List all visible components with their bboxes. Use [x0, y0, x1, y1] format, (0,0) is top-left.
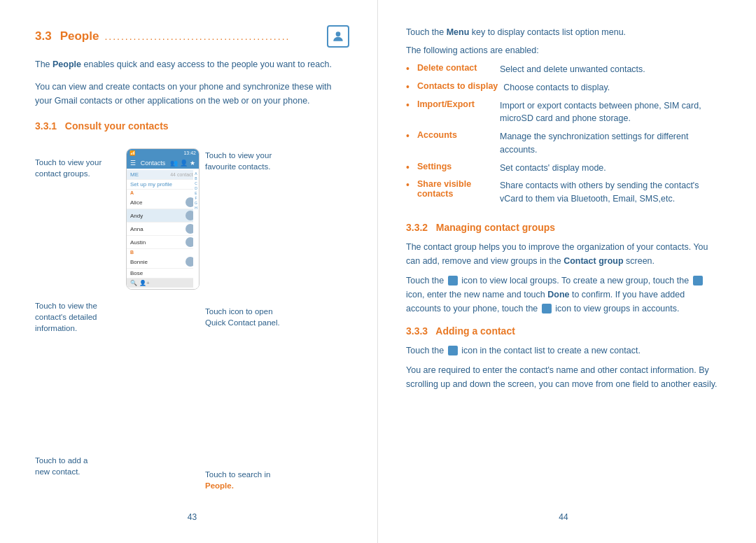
menu-intro: Touch the Menu key to display contacts l… — [406, 25, 721, 39]
phone-mockup-container: 📶 13:42 ☰ Contacts 👥 👤 ★ — [126, 143, 200, 505]
group-icon-1 — [448, 276, 458, 285]
left-page: 3.3 People .............................… — [0, 0, 378, 543]
action-list: • Delete contact Select and delete unwan… — [406, 63, 721, 211]
svg-point-0 — [336, 31, 341, 36]
phone-row-alice: Alice — [127, 196, 199, 209]
label-search: Touch to search inPeople. — [205, 469, 349, 491]
subsection-331-heading: 3.3.1 Consult your contacts — [35, 120, 349, 132]
left-page-number: 43 — [35, 505, 349, 522]
subsection-332-heading: 3.3.2 Managing contact groups — [406, 222, 721, 233]
left-labels: Touch to view yourcontact groups. Touch … — [35, 143, 126, 505]
section-title: People — [60, 29, 99, 43]
action-accounts: • Accounts Manage the synchronization se… — [406, 130, 721, 157]
person-icon — [327, 25, 349, 48]
phone-mock: 📶 13:42 ☰ Contacts 👥 👤 ★ — [126, 148, 200, 290]
phone-row-me: ME 44 contacts — [127, 170, 199, 180]
label-view-fav: Touch to view yourfavourite contacts. — [205, 150, 349, 172]
label-view-groups: Touch to view yourcontact groups. — [35, 157, 120, 179]
action-share: • Share visiblecontacts Share contacts w… — [406, 179, 721, 206]
action-import-export: • Import/Export Import or export contact… — [406, 99, 721, 126]
subsection-number: 3.3.1 — [35, 120, 57, 132]
add-contact-icon — [448, 346, 458, 355]
right-labels: Touch to view yourfavourite contacts. To… — [200, 143, 349, 505]
intro-paragraph-2: You can view and create contacts on your… — [35, 80, 349, 108]
section-333-number: 3.3.3 — [406, 325, 428, 337]
phone-letter-b: B — [127, 249, 199, 255]
group-icon-3 — [542, 304, 552, 313]
section-333-body-2: You are required to enter the contact's … — [406, 363, 721, 391]
phone-search-row: 🔍 👤+ — [127, 278, 199, 288]
phone-header: ☰ Contacts 👥 👤 ★ — [127, 157, 199, 169]
diagram-area: Touch to view yourcontact groups. Touch … — [35, 143, 349, 505]
intro-paragraph-1: The People enables quick and easy access… — [35, 57, 349, 71]
action-delete: • Delete contact Select and delete unwan… — [406, 63, 721, 76]
right-page-number: 44 — [406, 505, 721, 522]
action-settings: • Settings Set contacts' display mode. — [406, 162, 721, 175]
section-332-title: Managing contact groups — [436, 222, 555, 233]
phone-row-setup: Set up my profile — [127, 180, 199, 190]
group-icon-2 — [693, 276, 703, 285]
page-spread: 3.3 People .............................… — [0, 0, 756, 543]
section-333-body-1: Touch the icon in the contact list to cr… — [406, 344, 721, 358]
subsection-333-heading: 3.3.3 Adding a contact — [406, 325, 721, 337]
section-33-heading: 3.3 People .............................… — [35, 25, 349, 48]
phone-letter-a: A — [127, 190, 199, 196]
phone-row-bonnie: Bonnie — [127, 255, 199, 269]
section-333-title: Adding a contact — [435, 325, 515, 337]
subsection-title: Consult your contacts — [65, 120, 169, 132]
actions-intro: The following actions are enabled: — [406, 43, 721, 57]
right-page: Touch the Menu key to display contacts l… — [378, 0, 756, 543]
phone-row-anna: Anna — [127, 223, 199, 236]
phone-row-austin: Austin — [127, 236, 199, 249]
action-contacts-display: • Contacts to display Choose contacts to… — [406, 81, 721, 94]
label-open-panel: Touch icon to openQuick Contact panel. — [205, 306, 349, 328]
phone-sidebar: A B C D E F G H — [193, 170, 199, 289]
phone-row-andy: Andy — [127, 209, 199, 223]
phone-body: ME 44 contacts Set up my profile A Alice… — [127, 169, 199, 289]
section-dots: ........................................… — [104, 31, 290, 42]
section-332-body-2: Touch the icon to view local groups. To … — [406, 274, 721, 316]
section-332-number: 3.3.2 — [406, 222, 428, 233]
label-view-detail: Touch to view thecontact's detailedinfor… — [35, 300, 120, 334]
section-332-body-1: The contact group helps you to improve t… — [406, 240, 721, 268]
section-number: 3.3 — [35, 29, 52, 43]
phone-status-bar: 📶 13:42 — [127, 149, 199, 157]
phone-row-bose: Bose — [127, 269, 199, 278]
label-add-contact: Touch to add anew contact. — [35, 455, 120, 477]
